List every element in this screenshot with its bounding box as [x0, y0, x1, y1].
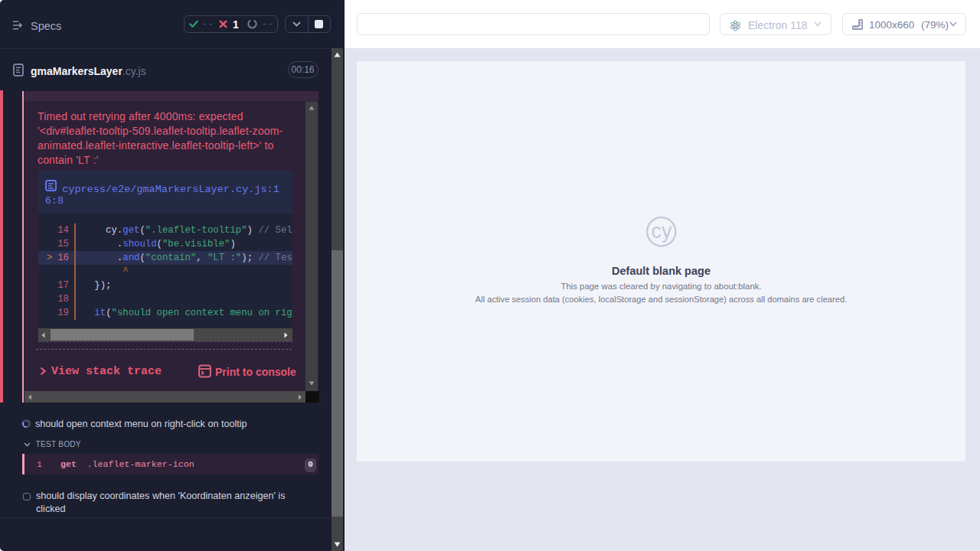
svg-text:cy: cy [652, 220, 673, 243]
